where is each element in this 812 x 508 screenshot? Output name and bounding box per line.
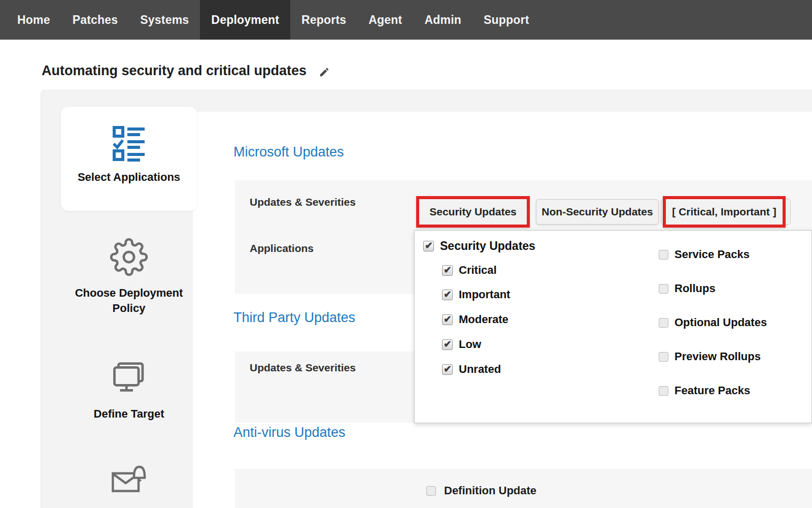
page-title: Automating security and critical updates <box>42 63 307 79</box>
checkbox-row-feature-packs[interactable]: Feature Packs <box>659 384 750 397</box>
optional-updates-checkbox[interactable] <box>659 318 668 328</box>
checkbox-label[interactable]: Feature Packs <box>674 384 750 397</box>
severity-summary-button[interactable]: [ Critical, Important ] <box>672 206 776 218</box>
checkbox-label[interactable]: Unrated <box>459 363 501 376</box>
checkbox-row-low[interactable]: Low <box>442 338 481 351</box>
mail-bell-icon <box>110 461 148 500</box>
gear-icon <box>110 238 148 276</box>
rollups-checkbox[interactable] <box>659 284 668 294</box>
updates-severities-label: Updates & Severities <box>250 196 356 208</box>
wizard-step-notification[interactable] <box>61 461 197 500</box>
section-title-antivirus-updates: Anti-virus Updates <box>233 425 346 440</box>
wizard-step-select-applications[interactable]: Select Applications <box>61 107 197 211</box>
patch-deployment-page: Home Patches Systems Deployment Reports … <box>0 0 812 508</box>
checkbox-row-security-updates[interactable]: Security Updates <box>423 239 535 253</box>
nav-item-systems[interactable]: Systems <box>129 0 200 40</box>
nav-item-patches[interactable]: Patches <box>61 0 129 40</box>
preview-rollups-checkbox[interactable] <box>659 352 668 362</box>
service-packs-checkbox[interactable] <box>659 250 668 260</box>
top-navigation: Home Patches Systems Deployment Reports … <box>0 0 812 40</box>
nav-item-admin[interactable]: Admin <box>413 0 472 40</box>
critical-checkbox[interactable] <box>442 265 453 276</box>
feature-packs-checkbox[interactable] <box>659 386 668 396</box>
checkbox-row-service-packs[interactable]: Service Packs <box>659 248 750 261</box>
applications-label: Applications <box>250 242 314 255</box>
unrated-checkbox[interactable] <box>442 364 453 375</box>
checklist-icon <box>110 125 148 163</box>
monitor-icon <box>110 359 148 397</box>
nav-item-home[interactable]: Home <box>6 0 61 40</box>
wizard-step-label: Select Applications <box>78 171 180 184</box>
annotation-highlight-severity-summary: [ Critical, Important ] <box>663 196 786 228</box>
checkbox-label[interactable]: Critical <box>459 264 497 277</box>
non-security-updates-button[interactable]: Non-Security Updates <box>536 199 659 225</box>
nav-item-support[interactable]: Support <box>472 0 540 40</box>
section-title-third-party-updates: Third Party Updates <box>233 310 355 326</box>
checkbox-label[interactable]: Definition Update <box>444 484 536 497</box>
checkbox-row-preview-rollups[interactable]: Preview Rollups <box>659 350 761 363</box>
important-checkbox[interactable] <box>442 290 453 300</box>
nav-item-agent[interactable]: Agent <box>357 0 413 40</box>
checkbox-label[interactable]: Optional Updates <box>674 316 767 329</box>
checkbox-label[interactable]: Security Updates <box>440 239 535 253</box>
checkbox-row-rollups[interactable]: Rollups <box>659 282 716 295</box>
checkbox-row-unrated[interactable]: Unrated <box>442 363 501 376</box>
edit-pencil-icon[interactable] <box>319 67 330 78</box>
checkbox-label[interactable]: Preview Rollups <box>674 350 761 363</box>
nav-item-deployment[interactable]: Deployment <box>200 0 290 40</box>
checkbox-label[interactable]: Service Packs <box>674 248 750 261</box>
security-updates-dropdown: Security Updates Critical Important Mode… <box>414 230 812 423</box>
section-title-microsoft-updates: Microsoft Updates <box>233 144 344 160</box>
wizard-step-define-target[interactable]: Define Target <box>61 359 197 422</box>
checkbox-row-moderate[interactable]: Moderate <box>442 313 509 326</box>
security-updates-checkbox[interactable] <box>423 241 434 251</box>
updates-severities-label-third-party: Updates & Severities <box>250 362 356 374</box>
wizard-step-choose-deployment-policy[interactable]: Choose Deployment Policy <box>61 238 197 316</box>
page-title-row: Automating security and critical updates <box>42 63 330 79</box>
low-checkbox[interactable] <box>442 339 453 350</box>
annotation-highlight-security-updates: Security Updates <box>416 196 530 228</box>
checkbox-label[interactable]: Important <box>459 288 510 301</box>
wizard-step-label: Choose Deployment Policy <box>61 285 197 316</box>
wizard-step-label: Define Target <box>94 406 164 422</box>
checkbox-row-important[interactable]: Important <box>442 288 510 301</box>
checkbox-label[interactable]: Low <box>459 338 481 351</box>
checkbox-row-critical[interactable]: Critical <box>442 264 497 277</box>
moderate-checkbox[interactable] <box>442 314 453 325</box>
definition-update-checkbox[interactable] <box>426 486 436 496</box>
nav-item-reports[interactable]: Reports <box>290 0 357 40</box>
checkbox-label[interactable]: Moderate <box>459 313 509 326</box>
checkbox-row-definition-update[interactable]: Definition Update <box>426 484 536 497</box>
checkbox-row-optional-updates[interactable]: Optional Updates <box>659 316 767 329</box>
checkbox-label[interactable]: Rollups <box>674 282 716 295</box>
security-updates-button[interactable]: Security Updates <box>429 206 517 218</box>
